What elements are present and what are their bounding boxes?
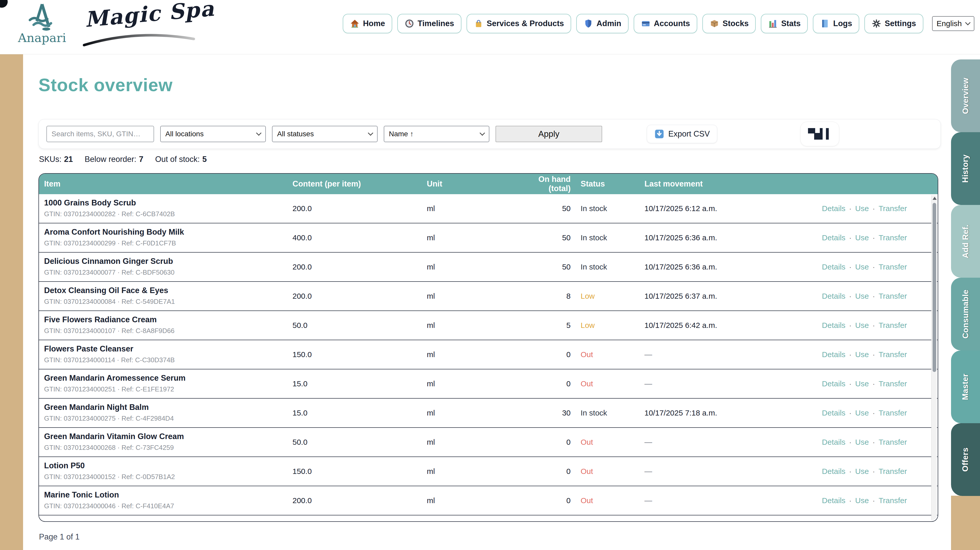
nav-button-accounts[interactable]: Accounts bbox=[634, 14, 697, 33]
side-tab-history[interactable]: History bbox=[951, 132, 980, 205]
cell-content-per-item: 15.0 bbox=[293, 379, 427, 388]
apply-button[interactable]: Apply bbox=[495, 126, 602, 142]
nav-button-admin[interactable]: Admin bbox=[576, 14, 628, 33]
column-header: Last movement bbox=[644, 179, 788, 189]
cell-last-movement: — bbox=[644, 438, 788, 447]
side-tab-consumable[interactable]: Consumable bbox=[951, 278, 980, 350]
table-row: Green Mandarin Night BalmGTIN: 037012340… bbox=[39, 399, 938, 428]
nav-button-stocks[interactable]: Stocks bbox=[702, 14, 756, 33]
nav-button-timelines[interactable]: Timelines bbox=[397, 14, 461, 33]
transfer-link[interactable]: Transfer bbox=[878, 263, 907, 271]
transfer-link[interactable]: Transfer bbox=[878, 292, 907, 300]
details-link[interactable]: Details bbox=[822, 467, 845, 476]
status-badge: Out bbox=[571, 467, 644, 476]
transfer-link[interactable]: Transfer bbox=[878, 233, 907, 242]
item-gtin-ref: GTIN: 03701234000046 · Ref: C-F410E4A7 bbox=[44, 502, 293, 510]
nav-button-stats[interactable]: Stats bbox=[761, 14, 808, 33]
cell-unit: ml bbox=[427, 204, 519, 213]
use-link[interactable]: Use bbox=[855, 350, 869, 359]
item-name: Green Mandarin Vitamin Glow Cream bbox=[44, 432, 293, 441]
cell-unit: ml bbox=[427, 233, 519, 242]
details-link[interactable]: Details bbox=[822, 292, 845, 300]
cell-unit: ml bbox=[427, 263, 519, 271]
sort-select[interactable]: Name ↑ bbox=[384, 126, 489, 142]
cell-on-hand: 50 bbox=[519, 204, 571, 213]
nav-button-label: Stats bbox=[781, 19, 800, 28]
transfer-link[interactable]: Transfer bbox=[878, 409, 907, 417]
table-row: 1000 Grains Body ScrubGTIN: 037012340002… bbox=[39, 194, 938, 223]
column-header: Content (per item) bbox=[293, 179, 427, 189]
shopping-bag-icon bbox=[474, 19, 484, 29]
transfer-link[interactable]: Transfer bbox=[878, 321, 907, 330]
use-link[interactable]: Use bbox=[855, 496, 869, 505]
side-tab-overview[interactable]: Overview bbox=[951, 59, 980, 132]
transfer-link[interactable]: Transfer bbox=[878, 379, 907, 388]
nav-button-logs[interactable]: Logs bbox=[813, 14, 859, 33]
out-of-stock-label: Out of stock: bbox=[155, 155, 200, 164]
use-link[interactable]: Use bbox=[855, 379, 869, 388]
cell-last-movement: 10/17/2025 6:36 a.m. bbox=[644, 233, 788, 242]
language-select[interactable]: English bbox=[932, 16, 974, 31]
table-scrollbar[interactable] bbox=[931, 195, 937, 520]
cell-content-per-item: 200.0 bbox=[293, 263, 427, 271]
cell-on-hand: 0 bbox=[519, 350, 571, 359]
details-link[interactable]: Details bbox=[822, 263, 845, 271]
search-input[interactable] bbox=[46, 126, 154, 142]
brand-name: Anapari bbox=[16, 31, 68, 45]
status-badge: Out bbox=[571, 496, 644, 505]
side-tab-add-ref[interactable]: Add Ref. bbox=[951, 205, 980, 278]
transfer-link[interactable]: Transfer bbox=[878, 438, 907, 446]
item-name: Green Mandarin Aromessence Serum bbox=[44, 374, 293, 383]
use-link[interactable]: Use bbox=[855, 204, 869, 212]
cell-on-hand: 0 bbox=[519, 379, 571, 388]
nav-button-services-products[interactable]: Services & Products bbox=[466, 14, 571, 33]
cell-last-movement: — bbox=[644, 496, 788, 505]
cell-on-hand: 50 bbox=[519, 263, 571, 271]
location-select[interactable]: All locations bbox=[160, 126, 266, 142]
barcode-scan-button[interactable] bbox=[800, 122, 839, 146]
details-link[interactable]: Details bbox=[822, 233, 845, 242]
use-link[interactable]: Use bbox=[855, 409, 869, 417]
cell-content-per-item: 150.0 bbox=[293, 350, 427, 359]
use-link[interactable]: Use bbox=[855, 321, 869, 330]
scrollbar-thumb[interactable] bbox=[932, 203, 936, 372]
details-link[interactable]: Details bbox=[822, 350, 845, 359]
package-icon bbox=[710, 19, 719, 29]
side-tab-label: Overview bbox=[961, 78, 970, 114]
export-csv-button[interactable]: Export CSV bbox=[647, 125, 717, 143]
language-select-value: English bbox=[937, 19, 962, 28]
cell-content-per-item: 200.0 bbox=[293, 204, 427, 213]
item-name: Flowers Paste Cleanser bbox=[44, 344, 293, 353]
details-link[interactable]: Details bbox=[822, 321, 845, 330]
anapari-logo[interactable]: Anapari bbox=[16, 3, 68, 45]
side-tab-offers[interactable]: Offers bbox=[951, 423, 980, 496]
cell-on-hand: 50 bbox=[519, 233, 571, 242]
nav-button-settings[interactable]: Settings bbox=[864, 14, 923, 33]
transfer-link[interactable]: Transfer bbox=[878, 496, 907, 505]
details-link[interactable]: Details bbox=[822, 438, 845, 446]
download-icon bbox=[654, 129, 665, 139]
use-link[interactable]: Use bbox=[855, 467, 869, 476]
details-link[interactable]: Details bbox=[822, 409, 845, 417]
item-name: Detox Cleansing Oil Face & Eyes bbox=[44, 286, 293, 295]
use-link[interactable]: Use bbox=[855, 263, 869, 271]
details-link[interactable]: Details bbox=[822, 496, 845, 505]
use-link[interactable]: Use bbox=[855, 438, 869, 446]
side-tab-master[interactable]: Master bbox=[951, 350, 980, 423]
details-link[interactable]: Details bbox=[822, 379, 845, 388]
item-gtin-ref: GTIN: 03701234000268 · Ref: C-73FC4259 bbox=[44, 444, 293, 452]
scroll-up-icon[interactable] bbox=[932, 197, 937, 200]
use-link[interactable]: Use bbox=[855, 233, 869, 242]
transfer-link[interactable]: Transfer bbox=[878, 467, 907, 476]
details-link[interactable]: Details bbox=[822, 204, 845, 212]
nav-button-home[interactable]: Home bbox=[343, 14, 392, 33]
transfer-link[interactable]: Transfer bbox=[878, 350, 907, 359]
status-select[interactable]: All statuses bbox=[272, 126, 378, 142]
cell-unit: ml bbox=[427, 292, 519, 301]
table-row: Aroma Confort Nourishing Body MilkGTIN: … bbox=[39, 223, 938, 253]
cell-on-hand: 0 bbox=[519, 467, 571, 476]
transfer-link[interactable]: Transfer bbox=[878, 204, 907, 212]
use-link[interactable]: Use bbox=[855, 292, 869, 300]
below-reorder-label: Below reorder: bbox=[84, 155, 136, 164]
cell-on-hand: 30 bbox=[519, 409, 571, 417]
